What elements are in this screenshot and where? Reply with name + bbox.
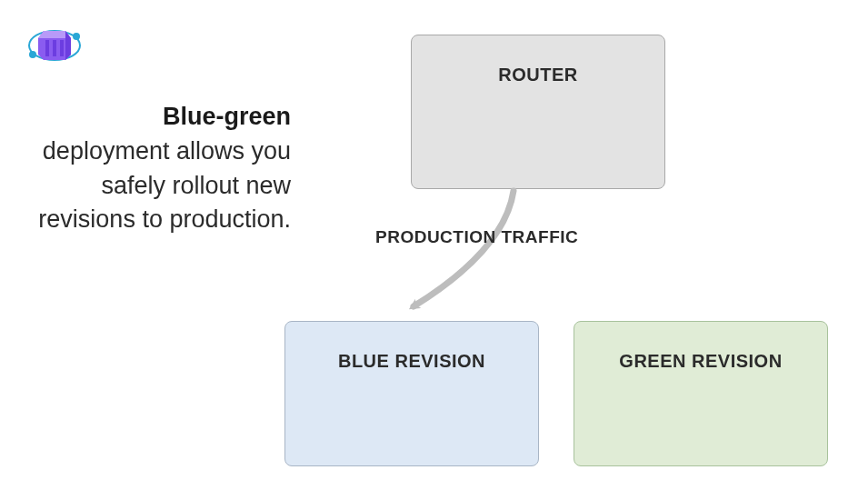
description-text: Blue-green deployment allows you safely … [36,100,291,237]
green-revision-label: GREEN REVISION [619,351,782,372]
svg-point-2 [29,51,36,58]
green-revision-box: GREEN REVISION [574,321,828,466]
container-apps-icon [22,11,87,76]
svg-point-1 [73,33,80,40]
traffic-arrow [373,186,545,332]
svg-rect-8 [60,40,64,56]
description-bold: Blue-green [163,103,291,130]
production-traffic-label: PRODUCTION TRAFFIC [375,227,578,247]
svg-marker-5 [65,31,71,60]
svg-rect-7 [53,40,56,56]
description-rest: deployment allows you safely rollout new… [38,137,291,234]
svg-rect-6 [45,40,49,56]
blue-revision-label: BLUE REVISION [338,351,485,372]
blue-revision-box: BLUE REVISION [284,321,539,466]
router-label: ROUTER [498,65,577,85]
router-box: ROUTER [411,35,665,189]
